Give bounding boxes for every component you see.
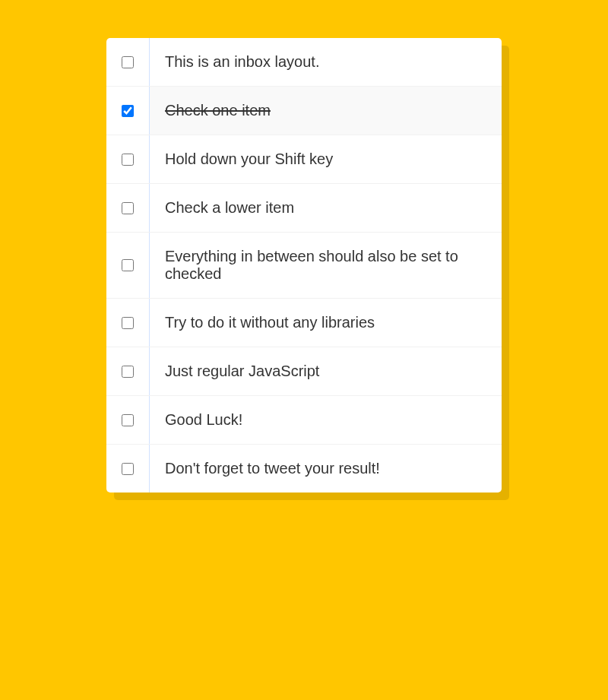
item-checkbox[interactable] — [122, 317, 134, 329]
item-label: Don't forget to tweet your result! — [149, 445, 502, 493]
item-checkbox[interactable] — [122, 105, 134, 117]
item-label: Hold down your Shift key — [149, 135, 502, 183]
item-checkbox[interactable] — [122, 366, 134, 378]
item-checkbox[interactable] — [122, 463, 134, 475]
item-checkbox[interactable] — [122, 259, 134, 271]
list-item[interactable]: Everything in between should also be set… — [106, 233, 502, 299]
item-label: Check a lower item — [149, 184, 502, 232]
list-item[interactable]: Check a lower item — [106, 184, 502, 233]
list-item[interactable]: Good Luck! — [106, 396, 502, 445]
item-checkbox[interactable] — [122, 56, 134, 68]
item-checkbox[interactable] — [122, 202, 134, 214]
list-item[interactable]: Don't forget to tweet your result! — [106, 445, 502, 493]
item-checkbox[interactable] — [122, 414, 134, 426]
item-label: Good Luck! — [149, 396, 502, 444]
list-item[interactable]: Check one item — [106, 87, 502, 135]
item-label: Check one item — [149, 87, 502, 135]
inbox-list: This is an inbox layout. Check one item … — [106, 38, 502, 493]
list-item[interactable]: This is an inbox layout. — [106, 38, 502, 87]
list-item[interactable]: Just regular JavaScript — [106, 347, 502, 396]
item-label: This is an inbox layout. — [149, 38, 502, 86]
list-item[interactable]: Hold down your Shift key — [106, 135, 502, 184]
list-item[interactable]: Try to do it without any libraries — [106, 299, 502, 347]
item-label: Everything in between should also be set… — [149, 233, 502, 298]
item-checkbox[interactable] — [122, 154, 134, 166]
item-label: Try to do it without any libraries — [149, 299, 502, 347]
item-label: Just regular JavaScript — [149, 347, 502, 395]
